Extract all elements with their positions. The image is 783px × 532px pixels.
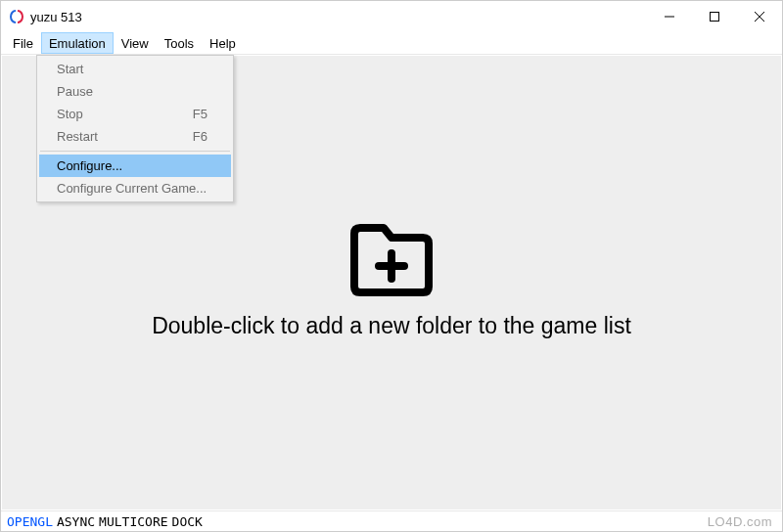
menu-help[interactable]: Help <box>202 32 244 54</box>
menu-item-configure[interactable]: Configure... <box>39 155 231 177</box>
status-dock[interactable]: DOCK <box>172 514 203 529</box>
menu-emulation[interactable]: Emulation <box>41 32 114 54</box>
menu-item-start[interactable]: Start <box>39 58 231 80</box>
statusbar: OPENGL ASYNC MULTICORE DOCK <box>1 510 782 531</box>
menu-item-configure-current-game[interactable]: Configure Current Game... <box>39 177 231 200</box>
minimize-button[interactable] <box>647 1 692 32</box>
menu-item-shortcut: F5 <box>193 107 207 121</box>
menu-file[interactable]: File <box>5 32 41 54</box>
menu-item-label: Configure Current Game... <box>57 181 207 196</box>
watermark: LO4D.com <box>708 514 772 529</box>
menu-item-pause[interactable]: Pause <box>39 80 231 103</box>
menu-item-restart[interactable]: Restart F6 <box>39 125 231 148</box>
titlebar: yuzu 513 <box>1 1 782 32</box>
game-list-prompt: Double-click to add a new folder to the … <box>152 313 631 339</box>
emulation-dropdown: Start Pause Stop F5 Restart F6 Configure… <box>36 55 234 202</box>
menu-item-label: Start <box>57 62 83 76</box>
menubar: File Emulation View Tools Help <box>1 32 782 55</box>
menu-item-label: Stop <box>57 107 83 121</box>
status-opengl[interactable]: OPENGL <box>7 514 53 529</box>
app-icon <box>9 9 24 24</box>
close-button[interactable] <box>737 1 782 32</box>
menu-item-stop[interactable]: Stop F5 <box>39 103 231 125</box>
menu-view[interactable]: View <box>114 32 157 54</box>
maximize-button[interactable] <box>692 1 737 32</box>
status-multicore[interactable]: MULTICORE <box>99 514 167 529</box>
menu-item-label: Restart <box>57 129 98 144</box>
status-async[interactable]: ASYNC <box>57 514 95 529</box>
window-title: yuzu 513 <box>30 10 82 24</box>
menu-item-label: Configure... <box>57 158 122 173</box>
menu-tools[interactable]: Tools <box>157 32 202 54</box>
window-controls <box>647 1 782 32</box>
menu-separator <box>40 151 230 152</box>
menu-item-shortcut: F6 <box>193 129 207 144</box>
folder-plus-icon <box>346 218 437 301</box>
svg-rect-1 <box>711 13 719 22</box>
menu-item-label: Pause <box>57 84 93 99</box>
